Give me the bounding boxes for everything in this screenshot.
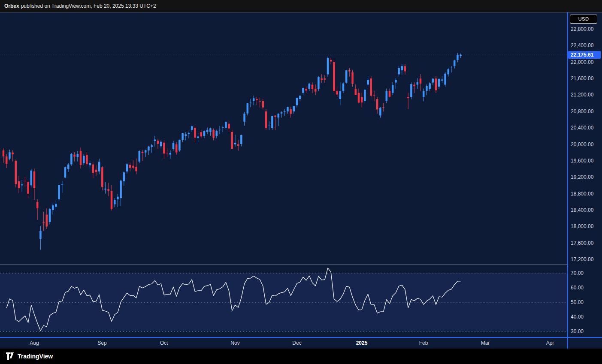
candle — [197, 133, 199, 142]
candle — [89, 160, 91, 169]
price-axis-label: 22,800.00 — [571, 26, 593, 32]
candle — [234, 135, 236, 147]
rsi-axis-label: 40.00 — [571, 314, 584, 320]
candle — [101, 166, 103, 190]
tradingview-brand-text[interactable]: TradingView — [18, 353, 53, 360]
candle — [117, 194, 119, 208]
price-axis-label: 22,400.00 — [571, 42, 593, 48]
candle — [114, 198, 116, 207]
price-axis-label: 18,400.00 — [571, 207, 593, 213]
candle — [438, 78, 440, 89]
candle — [253, 96, 255, 105]
candle — [321, 74, 323, 83]
candle — [46, 208, 48, 229]
candle — [407, 93, 409, 109]
price-axis[interactable]: USD 22,175.61 22,800.0022,400.0022,000.0… — [568, 12, 602, 337]
candle — [111, 185, 113, 211]
candle — [395, 78, 397, 89]
rsi-axis-label: 60.00 — [571, 285, 584, 291]
candle — [123, 171, 125, 186]
price-pane-candlestick-chart[interactable] — [0, 12, 567, 265]
rsi-axis-label: 30.00 — [571, 328, 584, 334]
candle — [154, 136, 156, 147]
publisher-name: Orbex — [4, 3, 19, 9]
candle — [265, 109, 267, 130]
candle — [92, 162, 94, 178]
candle — [61, 181, 64, 193]
candle — [182, 133, 184, 142]
candle — [256, 97, 258, 105]
candle — [296, 98, 298, 108]
candle — [225, 121, 227, 130]
price-axis-label: 22,000.00 — [571, 59, 593, 65]
candle — [281, 111, 283, 117]
candle — [404, 64, 406, 75]
price-axis-label: 21,600.00 — [571, 75, 593, 81]
rsi-band — [0, 273, 567, 331]
candle — [426, 84, 428, 95]
candle — [355, 84, 357, 95]
candle — [247, 103, 249, 115]
candle — [293, 106, 295, 114]
candle — [160, 140, 162, 148]
candle — [178, 140, 181, 152]
candle — [145, 150, 147, 157]
candle — [52, 204, 54, 215]
candle — [420, 74, 422, 91]
candle — [135, 159, 137, 174]
candle — [83, 154, 85, 165]
time-axis-label-nov: Nov — [230, 338, 239, 349]
candle — [460, 54, 462, 58]
rsi-axis-label: 50.00 — [571, 299, 584, 305]
candle — [209, 128, 212, 136]
candle — [351, 70, 354, 87]
candle — [324, 75, 326, 83]
candle — [401, 64, 403, 75]
candle — [95, 165, 97, 176]
attribution-bar: Orbex published on TradingView.com, Feb … — [0, 0, 602, 12]
last-price-label: 22,175.61 — [568, 51, 601, 59]
candle — [27, 181, 29, 198]
candle — [302, 88, 304, 95]
candle — [379, 107, 381, 118]
candle — [42, 212, 45, 231]
candle — [237, 140, 239, 150]
candle — [299, 95, 301, 101]
time-axis-label-2025: 2025 — [356, 338, 368, 349]
candle — [172, 141, 175, 150]
candle — [454, 60, 456, 68]
candle — [228, 121, 230, 132]
candle — [200, 130, 203, 138]
candle — [432, 78, 434, 85]
candle — [24, 177, 26, 187]
tradingview-logo[interactable] — [5, 352, 15, 361]
candle — [271, 116, 273, 130]
candle — [287, 107, 289, 114]
candle — [120, 180, 122, 206]
candle — [157, 139, 159, 149]
candle — [342, 82, 345, 93]
tradingview-published-chart: Orbex published on TradingView.com, Feb … — [0, 0, 602, 364]
candle — [21, 180, 23, 192]
candle — [262, 99, 264, 110]
candle — [148, 146, 150, 155]
rsi-indicator-pane[interactable] — [0, 265, 567, 337]
currency-button[interactable]: USD — [570, 15, 597, 24]
candle — [240, 135, 242, 146]
price-axis-label: 18,800.00 — [571, 191, 593, 197]
candle — [203, 130, 206, 138]
candle — [339, 82, 342, 105]
candle — [166, 148, 168, 157]
candle — [441, 76, 443, 83]
candle — [278, 113, 280, 126]
candle — [222, 126, 224, 132]
price-axis-label: 20,800.00 — [571, 108, 593, 114]
candle — [398, 66, 400, 77]
time-axis[interactable]: AugSepOctNovDec2025FebMarApr — [0, 338, 567, 349]
candle — [163, 140, 165, 159]
candle — [435, 76, 437, 93]
price-axis-label: 19,600.00 — [571, 158, 593, 164]
time-axis-label-feb: Feb — [419, 338, 428, 349]
candle — [108, 183, 110, 196]
candle — [191, 126, 193, 132]
